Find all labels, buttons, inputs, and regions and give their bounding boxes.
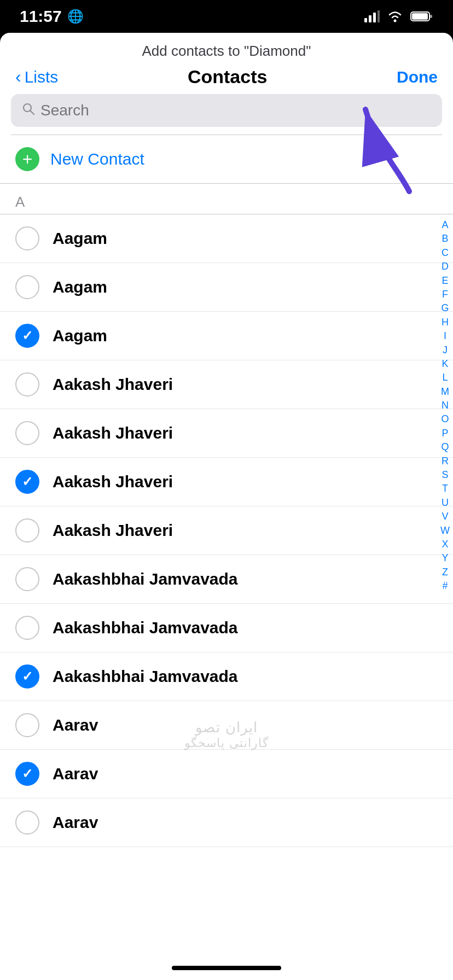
alpha-letter[interactable]: E: [442, 275, 448, 287]
back-button[interactable]: ‹ Lists: [15, 67, 58, 87]
contact-name: Aarav: [53, 813, 98, 832]
contact-radio[interactable]: [15, 518, 39, 542]
contact-radio[interactable]: [15, 372, 39, 396]
contact-item[interactable]: Aakashbhai Jamvavada: [0, 555, 453, 604]
signal-icon: [364, 10, 380, 22]
svg-rect-1: [369, 15, 371, 22]
alpha-letter[interactable]: Z: [442, 566, 448, 579]
contact-item[interactable]: Aakash Jhaveri: [0, 409, 453, 458]
alpha-letter[interactable]: G: [441, 302, 449, 314]
contact-radio[interactable]: [15, 421, 39, 445]
contact-name: Aakash Jhaveri: [53, 472, 173, 491]
contact-radio[interactable]: [15, 810, 39, 835]
alpha-letter[interactable]: A: [442, 219, 448, 231]
alpha-letter[interactable]: L: [442, 371, 448, 384]
alpha-letter[interactable]: P: [442, 427, 448, 440]
contact-name: Aarav: [53, 716, 98, 734]
contact-radio[interactable]: [15, 470, 39, 494]
alpha-letter[interactable]: S: [442, 469, 448, 481]
alpha-letter[interactable]: Y: [442, 552, 448, 564]
alpha-letter[interactable]: I: [444, 330, 446, 342]
contact-radio[interactable]: [15, 324, 39, 348]
svg-rect-7: [430, 15, 432, 18]
new-contact-label: New Contact: [50, 150, 144, 168]
contact-radio[interactable]: [15, 762, 39, 786]
time-display: 11:57: [20, 7, 62, 26]
alpha-letter[interactable]: K: [442, 358, 448, 370]
contact-item[interactable]: Aakashbhai Jamvavada: [0, 604, 453, 652]
alpha-letter[interactable]: J: [443, 344, 448, 357]
alpha-letter[interactable]: R: [442, 455, 449, 468]
alpha-letter[interactable]: #: [442, 580, 448, 592]
globe-icon: 🌐: [67, 9, 84, 24]
contact-item[interactable]: Aarav: [0, 701, 453, 750]
alpha-letter[interactable]: U: [442, 497, 449, 509]
contact-name: Aakashbhai Jamvavada: [53, 570, 238, 588]
alpha-letter[interactable]: D: [442, 260, 449, 273]
alpha-letter[interactable]: M: [441, 386, 449, 398]
contact-item[interactable]: Aakash Jhaveri: [0, 458, 453, 506]
home-indicator: [172, 966, 281, 970]
svg-line-9: [31, 110, 34, 114]
alpha-letter[interactable]: F: [442, 288, 448, 301]
contact-name: Aagam: [53, 326, 107, 345]
alpha-letter[interactable]: H: [442, 316, 449, 329]
status-bar: 11:57 🌐: [0, 0, 453, 33]
contact-name: Aarav: [53, 765, 98, 783]
contact-item[interactable]: Aagam: [0, 312, 453, 360]
contact-radio[interactable]: [15, 226, 39, 250]
svg-rect-0: [364, 18, 367, 22]
contact-item[interactable]: Aarav: [0, 750, 453, 798]
alpha-letter[interactable]: B: [442, 232, 448, 245]
done-button[interactable]: Done: [397, 68, 438, 86]
contact-name: Aakash Jhaveri: [53, 521, 173, 540]
contact-item[interactable]: Aarav: [0, 798, 453, 847]
wifi-icon: [387, 10, 403, 22]
alpha-letter[interactable]: W: [440, 524, 450, 537]
svg-rect-3: [378, 10, 380, 22]
search-bar-wrap: [0, 94, 453, 135]
main-card: Add contacts to "Diamond" ‹ Lists Contac…: [0, 33, 453, 980]
page-title: Contacts: [188, 66, 267, 88]
add-contacts-subtitle: Add contacts to "Diamond": [0, 33, 453, 62]
alpha-letter[interactable]: C: [442, 247, 449, 259]
svg-rect-6: [412, 13, 428, 20]
svg-point-4: [394, 20, 397, 22]
chevron-left-icon: ‹: [15, 67, 21, 87]
search-input[interactable]: [40, 102, 431, 119]
contact-list: AagamAagamAagamAakash JhaveriAakash Jhav…: [0, 214, 453, 847]
nav-bar: ‹ Lists Contacts Done: [0, 62, 453, 94]
alpha-letter[interactable]: O: [441, 413, 449, 425]
battery-icon: [410, 10, 433, 22]
alpha-index: ABCDEFGHIJKLMNOPQRSTUVWXYZ#: [440, 219, 450, 593]
contact-name: Aakash Jhaveri: [53, 375, 173, 394]
alpha-letter[interactable]: Q: [441, 441, 449, 453]
new-contact-icon: +: [15, 147, 39, 171]
contact-item[interactable]: Aakash Jhaveri: [0, 506, 453, 555]
contact-radio[interactable]: [15, 275, 39, 299]
contact-radio[interactable]: [15, 567, 39, 591]
contact-item[interactable]: Aakashbhai Jamvavada: [0, 652, 453, 701]
contact-item[interactable]: Aagam: [0, 214, 453, 263]
alpha-letter[interactable]: T: [442, 482, 448, 495]
contact-radio[interactable]: [15, 664, 39, 689]
contact-item[interactable]: Aagam: [0, 263, 453, 312]
contact-name: Aakash Jhaveri: [53, 424, 173, 442]
contact-name: Aagam: [53, 229, 107, 248]
search-bar[interactable]: [11, 94, 442, 127]
svg-rect-2: [373, 13, 376, 22]
status-icons: [364, 10, 433, 22]
section-header-a: A: [0, 184, 453, 214]
contact-name: Aakashbhai Jamvavada: [53, 667, 238, 686]
alpha-letter[interactable]: X: [442, 538, 448, 551]
alpha-letter[interactable]: V: [442, 510, 448, 523]
contact-radio[interactable]: [15, 616, 39, 640]
contact-radio[interactable]: [15, 713, 39, 737]
new-contact-row[interactable]: + New Contact: [0, 135, 453, 184]
alpha-letter[interactable]: N: [442, 399, 449, 412]
contact-item[interactable]: Aakash Jhaveri: [0, 360, 453, 409]
search-icon: [22, 102, 35, 119]
status-time: 11:57 🌐: [20, 7, 84, 26]
contact-name: Aagam: [53, 278, 107, 296]
back-label: Lists: [25, 68, 59, 86]
